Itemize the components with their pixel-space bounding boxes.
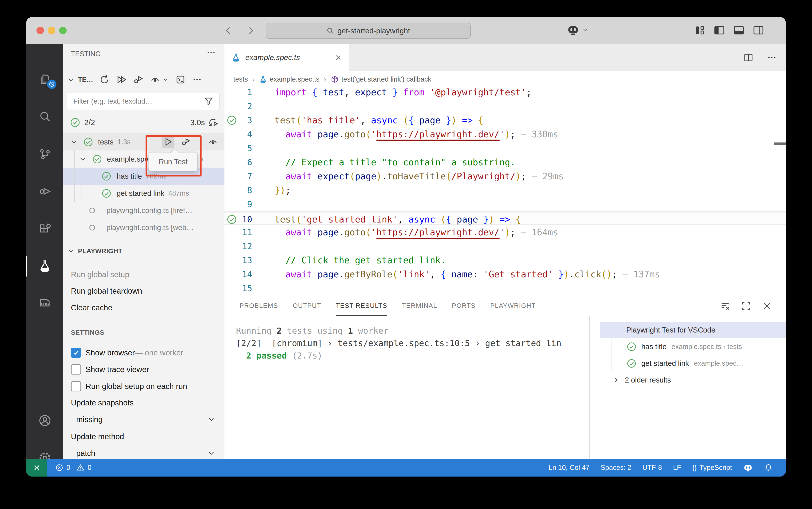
line-number: 13 [224, 253, 252, 267]
result-row-older-results[interactable]: 2 older results [600, 372, 786, 388]
chevron-down-icon[interactable] [70, 138, 78, 146]
debug-all-tests-icon[interactable] [133, 74, 143, 85]
result-row-has-title[interactable]: has title example.spec.ts ‹ tests [600, 338, 786, 355]
close-tab-icon[interactable] [334, 54, 342, 62]
zoom-window-button[interactable] [59, 27, 67, 34]
test-filter-box[interactable] [67, 92, 219, 110]
code-line[interactable]: 14 await page.getByRole('link', { name: … [224, 267, 786, 281]
language-mode[interactable]: {} TypeScript [692, 464, 732, 472]
code-line[interactable]: 6 // Expect a title "to contain" a subst… [224, 156, 786, 169]
rerun-icon[interactable] [208, 117, 219, 128]
chevron-down-icon[interactable] [78, 155, 87, 164]
test-filter-input[interactable] [73, 97, 204, 106]
playwright-section-title: PLAYWRIGHT [78, 247, 122, 255]
tab-problems[interactable]: PROBLEMS [240, 296, 278, 316]
code-line[interactable]: 3test('has title', async ({ page }) => { [224, 113, 786, 127]
code-line[interactable]: 1import { test, expect } from '@playwrig… [224, 86, 786, 99]
explorer-icon[interactable] [26, 67, 63, 92]
section-chevron-icon[interactable] [67, 75, 75, 83]
settings-checkbox-row[interactable]: Run global setup on each run [71, 378, 222, 395]
code-area[interactable]: 1import { test, expect } from '@playwrig… [224, 86, 786, 296]
copilot-status-icon[interactable] [743, 463, 753, 473]
test-explorer-section-label[interactable]: TE… [78, 76, 93, 83]
tree-row-get-started-link[interactable]: get started link 487ms [63, 185, 224, 202]
code-line[interactable]: 4 await page.goto('https://playwright.de… [224, 127, 786, 141]
clear-cache-action[interactable]: Clear cache [71, 300, 112, 315]
code-line[interactable]: 13 // Click the get started link. [224, 253, 786, 267]
run-global-setup-action[interactable]: Run global setup [71, 267, 129, 282]
sidebar-more-actions-icon[interactable] [206, 48, 216, 58]
editor-more-actions-icon[interactable] [767, 53, 777, 63]
copilot-chevron-icon[interactable] [582, 27, 589, 33]
toggle-secondary-sidebar-icon[interactable] [752, 24, 765, 36]
toggle-panel-icon[interactable] [733, 24, 745, 36]
code-line[interactable]: 8}); [224, 183, 786, 197]
toggle-primary-sidebar-icon[interactable] [713, 24, 725, 36]
tree-row-config-firefox[interactable]: playwright.config.ts [firef… [63, 202, 224, 219]
breadcrumb-tests[interactable]: tests [233, 75, 248, 83]
reveal-eye-icon[interactable] [206, 135, 219, 148]
testing-view-icon[interactable] [26, 254, 63, 278]
watch-chevron-icon[interactable] [162, 76, 169, 83]
refresh-tests-icon[interactable] [99, 74, 110, 85]
code-line[interactable]: 2 [224, 99, 786, 113]
breadcrumb-symbol[interactable]: test('get started link') callback [331, 75, 431, 83]
run-global-teardown-action[interactable]: Run global teardown [71, 283, 142, 299]
run-debug-icon[interactable] [26, 179, 63, 204]
results-header-row[interactable]: Playwright Test for VSCode [600, 321, 786, 338]
log-output-icon[interactable]: LOG [26, 291, 63, 315]
encoding-setting[interactable]: UTF-8 [642, 464, 662, 472]
code-line[interactable]: 9 [224, 197, 786, 211]
tab-terminal[interactable]: TERMINAL [402, 296, 437, 316]
close-window-button[interactable] [36, 27, 44, 34]
notifications-bell-icon[interactable] [764, 463, 773, 472]
code-line[interactable]: 12 [224, 239, 786, 253]
code-line[interactable]: 5 [224, 141, 786, 156]
settings-checkbox-row[interactable]: Show browser — one worker [71, 344, 222, 361]
customize-layout-icon[interactable] [694, 24, 706, 36]
forward-arrow-icon[interactable] [245, 26, 255, 36]
breadcrumb-file[interactable]: example.spec.ts [259, 75, 320, 83]
checkbox-icon[interactable] [71, 364, 81, 375]
eol-setting[interactable]: LF [673, 464, 681, 472]
result-row-get-started[interactable]: get started link example.spec… [600, 355, 786, 372]
line-number: 12 [224, 239, 252, 253]
run-all-tests-icon[interactable] [116, 74, 127, 85]
command-center-search[interactable]: get-started-playwright [266, 23, 471, 39]
code-line[interactable]: 11 await page.goto('https://playwright.d… [224, 226, 786, 239]
source-control-icon[interactable] [26, 142, 63, 166]
filter-funnel-icon[interactable] [204, 96, 214, 106]
playwright-section-header[interactable]: PLAYWRIGHT [67, 243, 122, 259]
settings-checkbox-row[interactable]: Show trace viewer [71, 361, 222, 378]
tab-output[interactable]: OUTPUT [293, 296, 321, 316]
back-arrow-icon[interactable] [223, 26, 234, 36]
copilot-icon[interactable] [567, 23, 579, 36]
checkbox-icon[interactable] [71, 348, 81, 358]
terminal-icon[interactable] [175, 74, 185, 85]
accounts-icon[interactable] [26, 408, 63, 433]
code-line[interactable]: 10test('get started link', async ({ page… [224, 211, 786, 226]
tree-row-config-webkit[interactable]: playwright.config.ts [web… [63, 219, 224, 236]
checkbox-icon[interactable] [71, 381, 81, 392]
panel-divider[interactable] [589, 316, 590, 459]
code-line[interactable]: 15 [224, 281, 786, 295]
extensions-icon[interactable] [26, 216, 63, 241]
code-line[interactable]: 7 await expect(page).toHaveTitle(/Playwr… [224, 169, 786, 183]
indentation-setting[interactable]: Spaces: 2 [601, 464, 631, 472]
update-method-select[interactable]: patch [71, 445, 216, 459]
cursor-position[interactable]: Ln 10, Col 47 [549, 464, 590, 472]
test-output[interactable]: Running 2 tests using 1 worker[2/2] [chr… [236, 325, 561, 362]
watch-tests-icon[interactable] [150, 74, 160, 85]
tab-playwright[interactable]: PLAYWRIGHT [490, 296, 536, 316]
tab-example-spec[interactable]: example.spec.ts [224, 44, 349, 71]
tab-ports[interactable]: PORTS [452, 296, 475, 316]
toolbar-more-icon[interactable] [192, 75, 202, 84]
minimize-window-button[interactable] [48, 27, 55, 34]
search-view-icon[interactable] [26, 104, 63, 129]
problems-status[interactable]: 0 0 [55, 464, 92, 472]
update-snapshots-select[interactable]: missing [71, 412, 216, 427]
tab-test-results[interactable]: TEST RESULTS [336, 296, 387, 316]
split-editor-icon[interactable] [743, 52, 754, 63]
remote-indicator[interactable] [26, 459, 47, 477]
chevron-right-icon[interactable] [611, 376, 620, 384]
